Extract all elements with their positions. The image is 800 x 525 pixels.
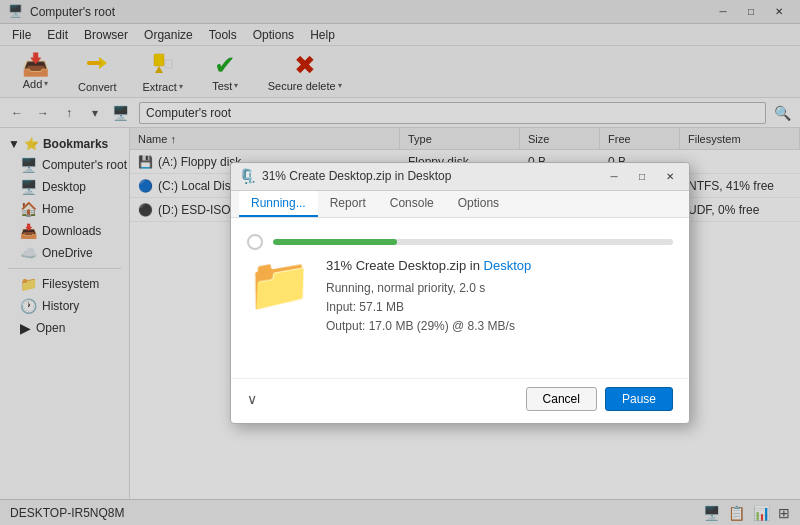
tab-running[interactable]: Running... (239, 191, 318, 217)
dialog-maximize-button[interactable]: □ (631, 167, 653, 185)
dialog-info: 31% Create Desktop.zip in Desktop Runnin… (326, 258, 673, 337)
dialog-destination-link[interactable]: Desktop (484, 258, 532, 273)
dialog-footer-left: ∨ (247, 391, 518, 407)
dialog-close-button[interactable]: ✕ (659, 167, 681, 185)
dialog-status-line2: Input: 57.1 MB (326, 298, 673, 317)
tab-console[interactable]: Console (378, 191, 446, 217)
progress-bar-container (273, 239, 673, 245)
progress-row (247, 234, 673, 250)
dialog-status-line3: Output: 17.0 MB (29%) @ 8.3 MB/s (326, 317, 673, 336)
pause-button[interactable]: Pause (605, 387, 673, 411)
dialog-status-line1: Running, normal priority, 2.0 s (326, 279, 673, 298)
dialog-main-section: 📁 31% Create Desktop.zip in Desktop Runn… (247, 258, 673, 337)
tab-report[interactable]: Report (318, 191, 378, 217)
progress-bar-fill (273, 239, 397, 245)
dialog-main-title-text: 31% Create Desktop.zip in (326, 258, 484, 273)
dialog-overlay: 🗜️ 31% Create Desktop.zip in Desktop ─ □… (0, 0, 800, 525)
folder-icon-large: 📁 (247, 258, 312, 310)
tab-options[interactable]: Options (446, 191, 511, 217)
dialog-title-bar: 🗜️ 31% Create Desktop.zip in Desktop ─ □… (231, 163, 689, 191)
progress-circle (247, 234, 263, 250)
dialog-footer: ∨ Cancel Pause (231, 378, 689, 423)
cancel-button[interactable]: Cancel (526, 387, 597, 411)
progress-dialog: 🗜️ 31% Create Desktop.zip in Desktop ─ □… (230, 162, 690, 424)
dialog-tabs: Running... Report Console Options (231, 191, 689, 218)
dialog-minimize-button[interactable]: ─ (603, 167, 625, 185)
expand-icon[interactable]: ∨ (247, 391, 257, 407)
dialog-info-title: 31% Create Desktop.zip in Desktop (326, 258, 673, 273)
dialog-title: 31% Create Desktop.zip in Desktop (262, 169, 597, 183)
dialog-app-icon: 🗜️ (239, 168, 256, 184)
dialog-body: 📁 31% Create Desktop.zip in Desktop Runn… (231, 218, 689, 378)
